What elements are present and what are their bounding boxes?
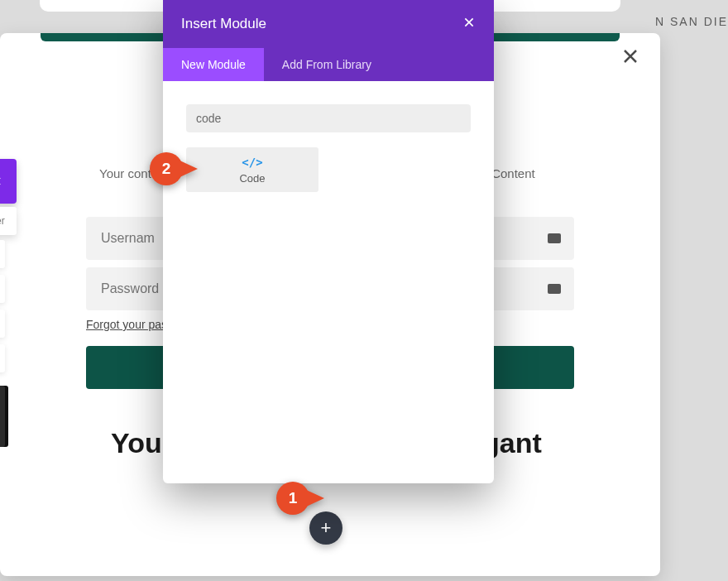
modal-close-button[interactable]	[462, 16, 476, 32]
close-dialog-button[interactable]	[617, 43, 644, 70]
modal-tabs: New Module Add From Library	[163, 48, 494, 81]
keyboard-icon	[548, 284, 561, 294]
module-tile-label: Code	[239, 172, 265, 185]
helper-text-left: Your conte	[99, 166, 158, 180]
keyboard-icon	[548, 233, 561, 243]
sidebar-close-button[interactable]	[0, 159, 17, 204]
sidebar-filter-label[interactable]: ilter	[0, 207, 17, 235]
module-tile-code[interactable]: </> Code	[186, 147, 318, 192]
header-link-partial: N SAN DIE	[655, 15, 728, 28]
tab-add-from-library[interactable]: Add From Library	[264, 48, 390, 81]
code-icon: </>	[242, 156, 262, 169]
add-module-button[interactable]: +	[309, 511, 342, 545]
sidebar-option[interactable]	[0, 240, 5, 268]
sidebar-option[interactable]	[0, 344, 5, 372]
sidebar-dark-panel[interactable]	[0, 386, 5, 447]
insert-module-modal: Insert Module New Module Add From Librar…	[163, 0, 494, 483]
tab-new-module[interactable]: New Module	[163, 48, 264, 81]
modal-title: Insert Module	[181, 16, 266, 32]
sidebar-options	[0, 240, 5, 379]
module-search-input[interactable]	[186, 104, 471, 132]
modal-header: Insert Module	[163, 0, 494, 48]
sidebar-option[interactable]	[0, 310, 5, 338]
forgot-password-link[interactable]: Forgot your pass	[86, 318, 173, 331]
sidebar-option[interactable]	[0, 275, 5, 303]
